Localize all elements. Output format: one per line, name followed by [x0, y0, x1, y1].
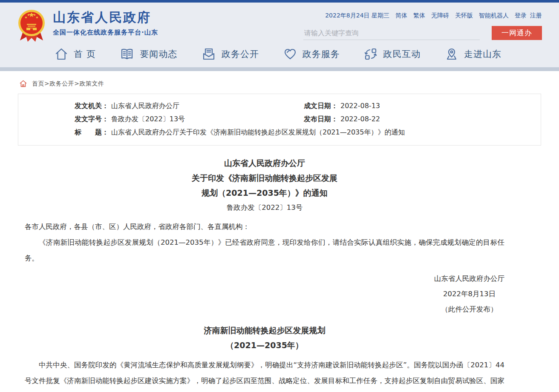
- nav-item-label: 政务服务: [303, 48, 340, 60]
- doc-title-line-2: 关于印发《济南新旧动能转换起步区发展: [25, 171, 504, 186]
- doc-number-line: 鲁政办发〔2022〕13号: [25, 200, 504, 215]
- nav-item-gov-services[interactable]: 政务服务: [283, 47, 340, 61]
- meta-value: 山东省人民政府办公厅关于印发《济南新旧动能转换起步区发展规划（2021—2035…: [111, 128, 405, 136]
- document-meta-box: 发文机关：山东省人民政府办公厅 成文日期：2022-08-13 发文字号：鲁政办…: [18, 94, 541, 146]
- search-input[interactable]: [303, 26, 480, 40]
- plan-subtitle: （2021—2035年）: [25, 338, 504, 353]
- site-title: 山东省人民政府: [53, 10, 158, 25]
- nav-item-home[interactable]: 首 页: [55, 47, 96, 61]
- nav-item-label: 政务公开: [222, 48, 259, 60]
- meta-label: 发布日期：: [304, 115, 338, 123]
- heart-icon: [283, 47, 297, 61]
- one-stop-portal-button[interactable]: 一网通办: [492, 26, 542, 40]
- map-pin-icon: [445, 47, 458, 61]
- plan-title: 济南新旧动能转换起步区发展规划: [25, 323, 504, 338]
- nav-divider-band: [0, 67, 559, 71]
- meta-title-row: 标 题：山东省人民政府办公厅关于印发《济南新旧动能转换起步区发展规划（2021—…: [18, 126, 541, 139]
- doc-paragraph-notice: 《济南新旧动能转换起步区发展规划（2021—2035年）》已经省政府同意，现印发…: [25, 235, 504, 266]
- meta-value: 鲁政办发〔2022〕13号: [111, 115, 185, 123]
- breadcrumb-path[interactable]: 首页>政务公开>政策文件: [32, 80, 104, 88]
- signature-block-wrap: 山东省人民政府办公厅 2022年8月13日 （此件公开发布）: [25, 271, 504, 317]
- nav-item-about-shandong[interactable]: 走进山东: [445, 47, 501, 61]
- doc-salutation: 各市人民政府，各县（市、区）人民政府，省政府各部门、各直属机构：: [25, 219, 504, 235]
- national-emblem-icon: [17, 9, 46, 43]
- signature-publish-note: （此件公开发布）: [434, 302, 504, 317]
- nav-item-gov-info[interactable]: 政务公开: [202, 47, 259, 61]
- current-date: 2022年8月24日 星期三: [325, 12, 389, 20]
- meta-label: 成文日期：: [304, 102, 338, 110]
- site-subtitle: 全国一体化在线政务服务平台·山东: [53, 29, 158, 37]
- nav-item-label: 首 页: [74, 48, 96, 60]
- book-icon: [120, 47, 134, 61]
- signature-date: 2022年8月13日: [434, 286, 504, 302]
- meta-label: 标 题：: [75, 128, 109, 136]
- doc-title-line-1: 山东省人民政府办公厅: [25, 156, 504, 171]
- nav-item-label: 政民互动: [383, 48, 421, 60]
- meta-publish-date: 发布日期：2022-08-22: [304, 112, 541, 126]
- site-logo-link[interactable]: 山东省人民政府 全国一体化在线政务服务平台·山东: [17, 8, 158, 43]
- link-care-version[interactable]: 关怀版: [455, 12, 473, 20]
- nav-item-label: 要闻动态: [140, 48, 177, 60]
- link-register[interactable]: 注册: [530, 12, 542, 20]
- breadcrumb-home-icon: [19, 80, 27, 88]
- breadcrumb: 首页>政务公开>政策文件: [19, 80, 559, 88]
- meta-written-date: 成文日期：2022-08-13: [304, 99, 541, 112]
- nav-item-news[interactable]: 要闻动态: [120, 47, 177, 61]
- link-simplified[interactable]: 简体: [395, 12, 407, 20]
- document-body: 山东省人民政府办公厅 关于印发《济南新旧动能转换起步区发展 规划（2021—20…: [25, 156, 504, 392]
- link-login[interactable]: 登录: [515, 12, 527, 20]
- main-nav: 首 页 要闻动态 政务公开 政务服务 政民互动: [0, 44, 559, 67]
- meta-label: 发文字号：: [75, 115, 109, 123]
- link-smart-robot[interactable]: 智能机器人: [479, 12, 509, 20]
- interact-icon: [364, 47, 377, 61]
- meta-label: 发文机关：: [75, 102, 109, 110]
- signature-org: 山东省人民政府办公厅: [434, 271, 504, 286]
- meta-value: 2022-08-22: [340, 115, 380, 123]
- meta-value: 山东省人民政府办公厅: [111, 102, 179, 110]
- meta-value: 2022-08-13: [340, 102, 380, 110]
- doc-paragraph-intro: 中共中央、国务院印发的《黄河流域生态保护和高质量发展规划纲要》，明确提出“支持济…: [25, 357, 504, 392]
- nav-item-interaction[interactable]: 政民互动: [364, 47, 421, 61]
- site-header: 山东省人民政府 全国一体化在线政务服务平台·山东 2022年8月24日 星期三 …: [0, 3, 559, 44]
- home-icon: [55, 47, 68, 61]
- topbar: 2022年8月24日 星期三 简体 繁体 无障碍 关怀版 智能机器人 登录 注册: [303, 8, 542, 20]
- nav-item-label: 走进山东: [464, 48, 501, 60]
- link-accessibility[interactable]: 无障碍: [431, 12, 449, 20]
- mail-icon: [202, 47, 216, 61]
- meta-issuing-org: 发文机关：山东省人民政府办公厅: [18, 99, 304, 112]
- link-traditional[interactable]: 繁体: [413, 12, 425, 20]
- meta-doc-number: 发文字号：鲁政办发〔2022〕13号: [18, 112, 304, 126]
- doc-title-line-3: 规划（2021—2035年）》的通知: [25, 186, 504, 200]
